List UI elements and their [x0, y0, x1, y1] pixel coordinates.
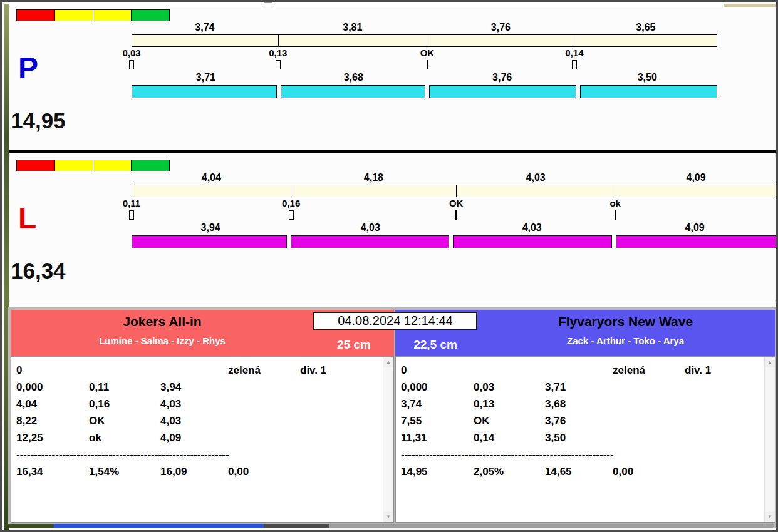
split-time-label: 0,16 — [282, 198, 300, 208]
team-name: Jokers All-in — [11, 314, 314, 329]
result-header-row: 0 zelená div. 1 — [16, 362, 381, 379]
result-row: 7,55OK3,76 — [401, 412, 762, 429]
segment-time: 3,81 — [278, 22, 427, 33]
division-label: div. 1 — [685, 362, 762, 379]
signal-scale — [16, 160, 170, 171]
team-members: Zack - Arthur - Toko - Arya — [475, 335, 775, 346]
segment-time: 4,09 — [615, 172, 777, 183]
bar-segment — [616, 235, 777, 248]
split-mark-icon — [289, 210, 294, 220]
division-label: div. 1 — [300, 362, 381, 379]
bar-segment — [132, 35, 279, 46]
lane-total-time: 16,34 — [11, 258, 66, 284]
result-header-row: 0 zelená div. 1 — [401, 362, 762, 379]
result-row: 8,22OK4,03 — [16, 412, 381, 429]
scroll-down-icon[interactable]: ▼ — [383, 511, 393, 522]
bar-segment — [429, 85, 576, 98]
split-time-label: OK — [420, 48, 435, 58]
segment-time: 4,03 — [451, 222, 613, 233]
segment-time: 4,18 — [291, 172, 456, 183]
bar-segment — [291, 235, 449, 248]
bar-segment — [574, 35, 717, 46]
taskbar-strip — [4, 524, 774, 528]
segment-time: 3,94 — [132, 222, 289, 233]
team-right-results[interactable]: 0 zelená div. 1 0,0000,033,71 3,740,133,… — [395, 356, 775, 523]
scale-segment-green — [132, 10, 169, 21]
split-mark-icon — [455, 210, 457, 220]
result-row: 0,0000,113,94 — [16, 379, 381, 396]
split-time-label: 0,03 — [122, 48, 140, 58]
scrollbar[interactable]: ▲ ▼ — [383, 357, 393, 522]
split-time-label: ok — [609, 198, 621, 208]
scale-segment-yellow2 — [93, 160, 132, 171]
scale-segment-yellow — [55, 160, 93, 171]
exchange-splits: 0,11 0,16 OK ok — [132, 197, 777, 222]
lane-total-time: 14,95 — [11, 108, 66, 133]
taskbar-gray — [329, 524, 774, 528]
result-row: 3,740,133,68 — [401, 396, 762, 412]
scroll-down-icon[interactable]: ▼ — [765, 511, 775, 522]
scroll-up-icon[interactable]: ▲ — [765, 357, 775, 367]
split-time-label: OK — [449, 198, 464, 208]
scroll-up-icon[interactable]: ▲ — [383, 357, 393, 367]
split: 0,11 — [132, 197, 291, 222]
flag-label: zelená — [228, 362, 300, 379]
split: 0,03 — [132, 47, 278, 72]
split: 0,16 — [291, 197, 456, 222]
flag-label: zelená — [613, 362, 685, 379]
top-progress-bar — [132, 34, 717, 47]
taskbar-blue — [54, 524, 264, 528]
split-mark-icon — [129, 60, 134, 69]
taskbar-dark — [264, 524, 329, 528]
distance-label: 22,5 cm — [395, 338, 475, 352]
lane-letter: L — [18, 202, 36, 235]
scale-segment-yellow2 — [93, 10, 132, 21]
split-mark-icon — [276, 60, 281, 69]
distance-label: 25 cm — [314, 338, 394, 352]
bar-segment — [132, 85, 277, 98]
split: OK — [456, 197, 615, 222]
scale-segment-red — [17, 160, 55, 171]
signal-scale — [16, 9, 170, 21]
bottom-split-times: 3,94 4,03 4,03 4,09 — [132, 222, 777, 233]
segment-time: 3,76 — [427, 22, 574, 33]
segment-time: 3,68 — [280, 72, 427, 83]
separator-line: ----------------------------------------… — [401, 446, 762, 463]
split-time-label: 0,13 — [269, 48, 287, 58]
exchange-splits: 0,03 0,13 OK 0,14 — [132, 47, 717, 72]
team-left-results[interactable]: 0 zelená div. 1 0,0000,113,94 4,040,164,… — [11, 356, 394, 523]
bar-segment — [279, 35, 428, 46]
split: 0,13 — [278, 47, 427, 72]
bar-segment — [457, 185, 616, 197]
result-row: 0,0000,033,71 — [401, 379, 762, 396]
bar-segment — [281, 85, 425, 98]
bottom-progress-bar — [132, 235, 777, 248]
top-split-times: 4,04 4,18 4,03 4,09 — [132, 172, 777, 183]
scrollbar[interactable]: ▲ ▼ — [764, 357, 775, 522]
top-split-times: 3,74 3,81 3,76 3,65 — [132, 22, 717, 33]
separator-line: ----------------------------------------… — [16, 446, 381, 463]
team-right-panel: Flyvaryors New Wave Zack - Arthur - Toko… — [395, 310, 775, 523]
attempt-number: 0 — [16, 362, 89, 379]
bar-segment — [132, 235, 287, 248]
totals-row: 16,341,54%16,090,00 — [16, 463, 381, 480]
split-mark-icon — [572, 60, 577, 69]
lanes-divider — [9, 150, 776, 153]
result-row: 4,040,164,03 — [16, 396, 381, 412]
totals-row: 14,952,05%14,650,00 — [401, 463, 762, 480]
segment-time: 4,03 — [456, 172, 615, 183]
lane-p-panel: P 14,95 3,74 3,81 3,76 3,65 0,03 0,13 O — [9, 7, 776, 150]
segment-time: 3,76 — [427, 72, 578, 83]
scale-segment-green — [132, 160, 169, 171]
app-window: P 14,95 3,74 3,81 3,76 3,65 0,03 0,13 O — [0, 0, 778, 532]
segment-time: 4,04 — [132, 172, 291, 183]
split: ok — [615, 197, 777, 222]
team-name: Flyvaryors New Wave — [475, 314, 775, 329]
scale-segment-red — [17, 10, 55, 21]
team-left-panel: Jokers All-in Lumine - Salma - Izzy - Rh… — [11, 310, 394, 523]
datetime-display: 04.08.2024 12:14:44 — [313, 312, 477, 330]
bar-segment — [427, 35, 574, 46]
lane-l-panel: L 16,34 4,04 4,18 4,03 4,09 0,11 0,16 O — [9, 157, 776, 300]
scale-segment-yellow — [55, 10, 93, 21]
split-mark-icon — [129, 210, 134, 220]
